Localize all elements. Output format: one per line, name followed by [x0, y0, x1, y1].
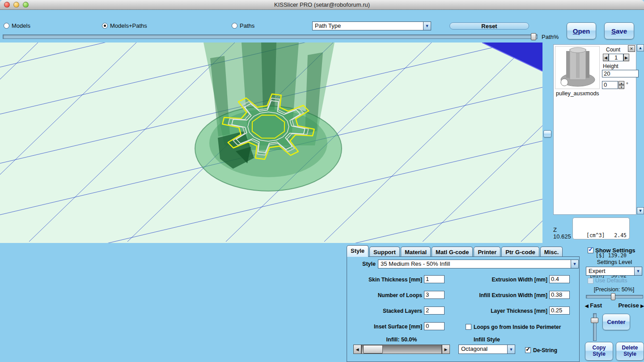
origin-marker	[561, 79, 568, 86]
rotation-input[interactable]: 0	[602, 81, 618, 89]
scroll-down-button[interactable]: ▼	[637, 207, 644, 214]
check-icon: ✓	[588, 246, 593, 253]
zoom-window-icon[interactable]	[23, 2, 29, 8]
z-value-label: 10.625	[553, 233, 571, 240]
inset-surface-input[interactable]: 0	[424, 322, 445, 330]
infill-style-value: Octagonal	[459, 345, 507, 353]
infill-slider-left-button[interactable]: ◀	[353, 345, 361, 354]
chevron-down-icon[interactable]: ▼	[571, 260, 578, 268]
fast-end: ◀ Fast	[585, 302, 602, 309]
rotation-stepper[interactable]: ▲ ▼	[619, 81, 624, 89]
tab-material[interactable]: Material	[401, 247, 431, 257]
tab-matl-gcode[interactable]: Matl G-code	[432, 247, 473, 257]
radio-icon[interactable]	[232, 23, 237, 29]
print-stats-box: [cm^3] 2.45 [$] 139.20 [min] 30.02	[572, 217, 630, 239]
save-button[interactable]: Save	[604, 22, 634, 39]
open-button[interactable]: Open	[567, 22, 596, 39]
path-percent-slider-thumb[interactable]	[531, 33, 536, 40]
vertical-nudge-slider-thumb[interactable]	[591, 318, 598, 323]
view-mode-models[interactable]: Models	[4, 22, 30, 29]
count-increment-button[interactable]: ▶	[623, 54, 629, 61]
chevron-down-icon[interactable]: ▼	[423, 22, 431, 30]
settings-level-select[interactable]: Expert ▼	[586, 267, 642, 276]
model-name-label[interactable]: pulley_ausxmods	[556, 90, 599, 97]
title-bar[interactable]: KISSlicer PRO (setar@roboforum.ru)	[0, 0, 644, 10]
use-defaults-checkbox[interactable]	[588, 278, 593, 284]
infill-slider-right-button[interactable]: ▶	[442, 345, 450, 354]
delete-style-button-label: Delete Style	[619, 345, 641, 358]
destring-checkbox[interactable]: ✓	[525, 347, 531, 353]
settings-level-value: Expert	[586, 267, 634, 275]
infill-slider[interactable]: ◀ ▶	[353, 345, 450, 354]
up-arrow-icon[interactable]: ▲	[619, 81, 624, 85]
path-type-select[interactable]: Path Type ▼	[312, 21, 431, 30]
tab-style[interactable]: Style	[347, 245, 369, 257]
close-model-button[interactable]: ✕	[628, 45, 635, 52]
window-title: KISSlicer PRO (setar@roboforum.ru)	[274, 1, 370, 8]
chevron-down-icon[interactable]: ▼	[507, 345, 515, 353]
tab-misc[interactable]: Misc.	[540, 247, 563, 257]
tab-ptr-gcode[interactable]: Ptr G-code	[501, 247, 539, 257]
scroll-up-icon: ▲	[639, 46, 643, 50]
right-arrow-icon: ▶	[445, 347, 448, 352]
path-percent-slider[interactable]	[3, 34, 538, 39]
radio-icon[interactable]	[4, 23, 9, 29]
copy-style-button[interactable]: Copy Style	[585, 342, 613, 361]
down-arrow-icon[interactable]: ▼	[619, 85, 624, 89]
precise-label: Precise	[618, 302, 639, 309]
show-settings-label: Show Settings	[595, 247, 636, 254]
path-type-value: Path Type	[313, 22, 423, 30]
delete-style-button[interactable]: Delete Style	[616, 342, 644, 361]
center-button-label: Center	[607, 319, 625, 325]
view-mode-models-paths[interactable]: Models+Paths	[102, 22, 147, 29]
right-arrow-icon: ▶	[640, 303, 644, 308]
scroll-up-button[interactable]: ▲	[637, 44, 644, 51]
down-arrow-glyph: ▼	[620, 86, 623, 89]
stacked-layers-input[interactable]: 2	[424, 307, 445, 315]
settings-level-label: Settings Level	[586, 259, 643, 265]
close-window-icon[interactable]	[4, 2, 10, 8]
count-decrement-button[interactable]: ◀	[603, 54, 609, 61]
loops-inside-to-perimeter-checkbox[interactable]	[466, 324, 471, 330]
layer-thickness-input[interactable]: 0.25	[549, 307, 570, 315]
tab-printer[interactable]: Printer	[474, 247, 500, 257]
precision-slider-thumb[interactable]	[611, 293, 615, 300]
left-arrow-icon: ◀	[585, 303, 589, 308]
viewport-3d[interactable]	[0, 43, 542, 243]
window-controls	[4, 2, 29, 8]
style-preset-select[interactable]: 35 Medium Res - 50% Infill ▼	[378, 260, 579, 268]
reset-button[interactable]: Reset	[449, 22, 529, 30]
precise-end: Precise ▶	[618, 302, 644, 309]
viewport-splitter-handle[interactable]	[543, 130, 551, 137]
extrusion-width-input[interactable]: 0.4	[549, 275, 570, 283]
center-button[interactable]: Center	[602, 314, 630, 330]
view-mode-paths-label: Paths	[240, 22, 254, 29]
radio-selected-icon[interactable]	[102, 23, 108, 29]
infill-slider-thumb[interactable]	[363, 345, 383, 353]
reset-button-label: Reset	[481, 23, 497, 30]
infill-style-select[interactable]: Octagonal ▼	[458, 345, 515, 354]
show-settings-checkbox[interactable]: ✓	[588, 247, 593, 253]
up-arrow-glyph: ▲	[620, 82, 623, 85]
view-mode-models-label: Models	[12, 22, 30, 29]
open-button-label: pen	[578, 27, 590, 35]
copy-style-button-label: Copy Style	[589, 345, 609, 358]
count-label: Count	[606, 47, 620, 53]
tab-support[interactable]: Support	[369, 247, 400, 257]
chevron-down-icon[interactable]: ▼	[634, 267, 642, 275]
height-input[interactable]: 20	[602, 70, 639, 77]
check-icon: ✓	[525, 345, 531, 353]
number-of-loops-input[interactable]: 3	[424, 291, 445, 299]
precision-label: [Precision: 50%]	[584, 286, 644, 293]
skin-thickness-input[interactable]: 1	[424, 275, 445, 283]
model-pulley[interactable]	[195, 43, 342, 191]
path-percent-label: Path%	[542, 34, 559, 40]
model-thumbnail[interactable]	[555, 46, 600, 89]
settings-tabs: Style Support Material Matl G-code Print…	[347, 244, 564, 257]
view-mode-paths[interactable]: Paths	[232, 22, 254, 29]
count-input[interactable]: 1	[609, 54, 623, 61]
infill-extrusion-width-input[interactable]: 0.38	[549, 291, 570, 299]
save-button-label: ave	[616, 27, 627, 35]
minimize-window-icon[interactable]	[13, 2, 19, 8]
save-button-mnemonic: S	[611, 27, 616, 35]
